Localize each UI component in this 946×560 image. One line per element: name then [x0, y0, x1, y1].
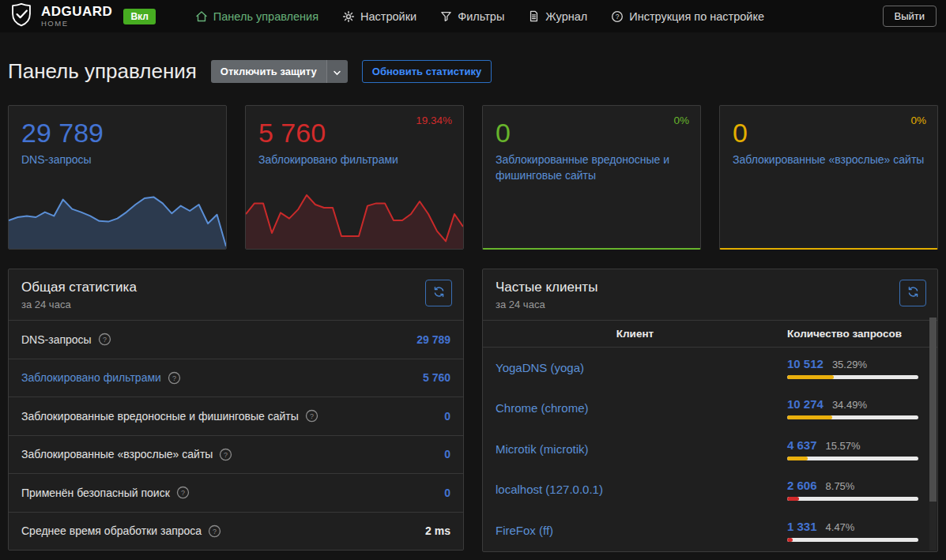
- card-value: 0: [483, 106, 700, 148]
- logout-button[interactable]: Выйти: [883, 6, 937, 27]
- panel-subtitle: за 24 часа: [21, 299, 450, 310]
- client-request-count: 4 637: [787, 438, 817, 452]
- column-header-client: Клиент: [483, 328, 787, 340]
- panel-header: Частые клиенты за 24 часа: [483, 269, 937, 320]
- svg-text:?: ?: [181, 489, 185, 497]
- summary-cards: 29 789 DNS-запросы 19.34% 5 760 Заблокир…: [8, 105, 938, 250]
- stat-table-row: DNS-запросы ? 29 789: [9, 320, 463, 359]
- client-percent: 8.75%: [826, 480, 855, 492]
- stat-label: DNS-запросы: [21, 333, 92, 346]
- nav-menu: Панель управления Настройки Фильтры: [195, 10, 764, 23]
- help-circle-icon: ?: [611, 10, 624, 23]
- filter-icon: [440, 10, 452, 22]
- client-percent: 4.47%: [826, 521, 855, 533]
- stat-label: Среднее время обработки запроса: [21, 524, 202, 537]
- client-percent: 34.49%: [832, 399, 867, 411]
- disable-protection-button[interactable]: Отключить защиту: [211, 60, 326, 83]
- gear-icon: [342, 10, 355, 23]
- dns-queries-sparkline: [9, 186, 226, 249]
- card-blocked-by-filters: 19.34% 5 760 Заблокировано фильтрами: [245, 105, 464, 250]
- nav-item-dashboard[interactable]: Панель управления: [195, 10, 318, 23]
- client-usage-bar-fill: [787, 375, 834, 379]
- stat-value: 2 ms: [425, 524, 450, 537]
- top-clients-panel: Частые клиенты за 24 часа Клиент Количес…: [482, 269, 938, 552]
- adguard-logo[interactable]: ADGUARD HOME: [9, 2, 112, 30]
- card-percent: 0%: [910, 115, 926, 126]
- help-icon[interactable]: ?: [208, 524, 221, 538]
- client-link[interactable]: Chrome (chrome): [496, 401, 589, 415]
- client-row: Chrome (chrome) 10 274 34.49%: [483, 389, 937, 430]
- chevron-down-icon: [333, 65, 341, 79]
- client-link[interactable]: YogaDNS (yoga): [496, 361, 584, 374]
- help-icon[interactable]: ?: [168, 371, 181, 385]
- stat-table-row: Заблокировано фильтрами ? 5 760: [9, 359, 463, 397]
- client-link[interactable]: Microtik (microtik): [496, 442, 589, 456]
- card-label: Заблокированные «взрослые» сайты: [720, 148, 937, 168]
- protection-status-badge: Вкл: [123, 9, 155, 24]
- stat-label: Заблокированные «взрослые» сайты: [21, 448, 213, 460]
- help-icon[interactable]: ?: [176, 486, 190, 499]
- refresh-icon-button[interactable]: [899, 280, 926, 306]
- client-row: YogaDNS (yoga) 10 512 35.29%: [483, 348, 937, 389]
- client-row: FireFox (ff) 1 331 4.47%: [483, 510, 937, 551]
- panel-title: Общая статистика: [21, 280, 450, 295]
- general-statistics-panel: Общая статистика за 24 часа DNS-запросы: [8, 269, 464, 551]
- stat-value: 0: [444, 410, 450, 423]
- client-link[interactable]: localhost (127.0.0.1): [496, 483, 603, 496]
- card-label: Заблокировано фильтрами: [246, 148, 463, 168]
- nav-item-label: Инструкция по настройке: [629, 10, 764, 23]
- page-header: Панель управления Отключить защиту Обнов…: [8, 59, 938, 84]
- stat-table-row: Среднее время обработки запроса ? 2 ms: [9, 512, 463, 551]
- client-percent: 15.57%: [826, 440, 861, 452]
- client-link[interactable]: FireFox (ff): [496, 524, 553, 537]
- refresh-icon-button[interactable]: [425, 280, 452, 306]
- help-icon[interactable]: ?: [98, 333, 111, 346]
- nav-item-label: Журнал: [545, 10, 587, 23]
- stat-value: 0: [444, 487, 450, 499]
- stat-value: 5 760: [423, 371, 450, 384]
- card-value: 5 760: [246, 106, 463, 148]
- disable-protection-dropdown[interactable]: [326, 60, 348, 83]
- svg-text:?: ?: [213, 527, 217, 535]
- panel-title: Частые клиенты: [496, 280, 925, 295]
- clients-scrollbar-track[interactable]: [929, 318, 937, 551]
- brand-title: ADGUARD: [41, 5, 112, 18]
- client-request-count: 10 512: [787, 357, 824, 370]
- brand-subtitle: HOME: [41, 20, 112, 28]
- client-request-count: 1 331: [787, 520, 817, 533]
- stat-value: 29 789: [416, 333, 450, 346]
- stat-table-row: Применён безопасный поиск ? 0: [9, 473, 463, 512]
- nav-item-query-log[interactable]: Журнал: [528, 10, 587, 23]
- card-label: Заблокированные вредоносные и фишинговые…: [483, 148, 700, 183]
- clients-table: YogaDNS (yoga) 10 512 35.29%: [483, 348, 937, 551]
- nav-item-setup-guide[interactable]: ? Инструкция по настройке: [611, 10, 764, 23]
- card-percent: 19.34%: [416, 115, 452, 126]
- refresh-icon: [433, 286, 445, 300]
- svg-text:?: ?: [616, 13, 620, 21]
- card-percent: 0%: [673, 115, 689, 126]
- stat-label[interactable]: Заблокировано фильтрами: [21, 371, 161, 384]
- clients-table-header: Клиент Количество запросов: [483, 320, 937, 348]
- svg-text:?: ?: [103, 336, 107, 344]
- client-usage-bar-fill: [787, 538, 793, 542]
- home-icon: [195, 10, 208, 23]
- refresh-statistics-button[interactable]: Обновить статистику: [362, 60, 492, 83]
- stat-label: Применён безопасный поиск: [21, 487, 170, 499]
- nav-item-filters[interactable]: Фильтры: [440, 10, 504, 23]
- clients-scrollbar-thumb[interactable]: [929, 318, 937, 502]
- card-blocked-malware: 0% 0 Заблокированные вредоносные и фишин…: [482, 105, 701, 250]
- nav-item-label: Фильтры: [458, 10, 504, 23]
- card-value: 0: [720, 106, 937, 148]
- help-icon[interactable]: ?: [219, 448, 232, 461]
- svg-text:?: ?: [224, 450, 228, 458]
- client-usage-bar: [787, 457, 918, 460]
- nav-item-settings[interactable]: Настройки: [342, 10, 416, 23]
- disable-protection-split-button: Отключить защиту: [211, 60, 348, 83]
- card-value: 29 789: [9, 106, 226, 148]
- stat-table-row: Заблокированные «взрослые» сайты ? 0: [9, 435, 463, 474]
- stat-label: Заблокированные вредоносные и фишинговые…: [21, 410, 299, 423]
- help-icon[interactable]: ?: [305, 409, 318, 423]
- client-row: Microtik (microtik) 4 637 15.57%: [483, 429, 937, 470]
- panel-subtitle: за 24 часа: [496, 299, 925, 310]
- refresh-icon: [907, 286, 919, 300]
